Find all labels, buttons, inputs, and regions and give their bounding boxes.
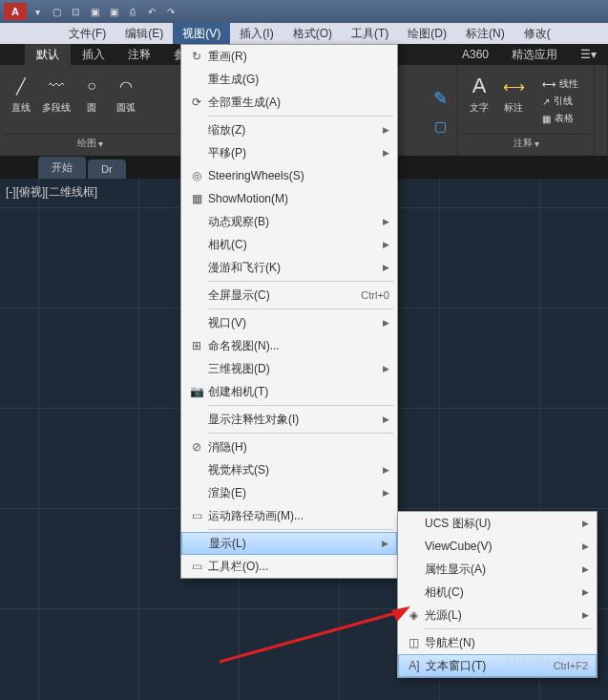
tool-table[interactable]: ▦表格 <box>538 111 582 126</box>
qat-saveas-icon[interactable]: ▣ <box>105 3 122 20</box>
polyline-icon: 〰 <box>43 73 70 99</box>
menu-item-label: 视觉样式(S) <box>208 462 383 478</box>
viewmenu-item-26[interactable]: 显示(L)▶ <box>181 532 397 555</box>
menu-item-label: SteeringWheels(S) <box>208 169 389 182</box>
viewmenu-item-4[interactable]: 缩放(Z)▶ <box>181 118 397 141</box>
viewmenu-item-24[interactable]: ▭运动路径动画(M)... <box>181 504 397 527</box>
menu-format[interactable]: 格式(O) <box>283 23 342 44</box>
viewmenu-item-2[interactable]: ⟳全部重生成(A) <box>181 91 397 114</box>
viewmenu-item-19[interactable]: 显示注释性对象(I)▶ <box>181 408 397 431</box>
viewmenu-item-22[interactable]: 视觉样式(S)▶ <box>181 458 397 481</box>
tab-insert[interactable]: 插入 <box>71 44 116 65</box>
qat-redo-icon[interactable]: ↷ <box>162 3 179 20</box>
qat-new-icon[interactable]: ▢ <box>48 3 65 20</box>
viewmenu-item-21[interactable]: ⊘消隐(H) <box>181 435 397 458</box>
dim-icon: ⟷ <box>500 73 527 99</box>
displaymenu-item-6[interactable]: ◫导航栏(N) <box>398 631 597 654</box>
panel-annotate-label[interactable]: 注释 ▾ <box>462 134 590 152</box>
menu-item-icon: 📷 <box>185 385 208 398</box>
menu-insert[interactable]: 插入(I) <box>230 23 283 44</box>
qat-undo-icon[interactable]: ↶ <box>143 3 160 20</box>
qat-print-icon[interactable]: ⎙ <box>124 3 141 20</box>
displaymenu-item-0[interactable]: UCS 图标(U)▶ <box>398 512 597 535</box>
menu-item-label: 运动路径动画(M)... <box>208 508 389 524</box>
submenu-arrow-icon: ▶ <box>383 125 389 135</box>
viewmenu-item-9[interactable]: 相机(C)▶ <box>181 233 397 256</box>
menu-dim[interactable]: 标注(N) <box>456 23 514 44</box>
menu-draw[interactable]: 绘图(D) <box>398 23 456 44</box>
menu-item-label: 相机(C) <box>425 584 582 601</box>
viewmenu-item-0[interactable]: ↻重画(R) <box>181 45 397 68</box>
tool-line[interactable]: ╱直线 <box>8 73 34 115</box>
tab-a360[interactable]: A360 <box>451 44 500 65</box>
tool-polyline[interactable]: 〰多段线 <box>42 73 71 115</box>
submenu-arrow-icon: ▶ <box>582 587 589 597</box>
submenu-arrow-icon: ▶ <box>383 465 389 475</box>
tool-dim[interactable]: ⟷标注 <box>500 73 527 130</box>
displaymenu-item-2[interactable]: 属性显示(A)▶ <box>398 558 597 581</box>
menu-item-icon: ▦ <box>185 192 208 205</box>
displaymenu-item-7[interactable]: A]文本窗口(T)Ctrl+F2 <box>398 654 597 677</box>
menu-item-icon: ◈ <box>402 608 425 622</box>
line-icon: ╱ <box>8 73 34 99</box>
viewmenu-item-23[interactable]: 渲染(E)▶ <box>181 481 397 504</box>
viewmenu-item-12[interactable]: 全屏显示(C)Ctrl+0 <box>181 284 397 307</box>
menu-item-icon: ◎ <box>185 169 208 182</box>
menu-item-label: 平移(P) <box>208 145 383 161</box>
displaymenu-item-1[interactable]: ViewCube(V)▶ <box>398 535 597 558</box>
menu-modify[interactable]: 修改( <box>514 23 560 44</box>
submenu-arrow-icon: ▶ <box>383 364 389 373</box>
filetab-drawing[interactable]: Dr <box>88 159 126 179</box>
menu-edit[interactable]: 编辑(E) <box>115 23 173 44</box>
clipboard-icon[interactable]: ▢ <box>434 118 447 134</box>
app-logo[interactable]: A <box>4 3 27 20</box>
submenu-arrow-icon: ▶ <box>582 564 589 574</box>
menu-item-label: 显示注释性对象(I) <box>208 412 383 428</box>
viewmenu-item-14[interactable]: 视口(V)▶ <box>181 311 397 334</box>
viewmenu-item-7[interactable]: ▦ShowMotion(M) <box>181 187 397 210</box>
menu-item-label: 命名视图(N)... <box>208 338 389 354</box>
viewport-label[interactable]: [-][俯视][二维线框] <box>6 184 97 201</box>
filetab-start[interactable]: 开始 <box>38 157 86 179</box>
viewmenu-item-16[interactable]: 三维视图(D)▶ <box>181 357 397 380</box>
qat-dropdown-icon[interactable]: ▾ <box>29 3 46 20</box>
submenu-arrow-icon: ▶ <box>383 240 389 249</box>
tab-expand-icon[interactable]: ☰▾ <box>569 44 608 65</box>
mark-icon[interactable]: ✎ <box>433 88 448 109</box>
tool-leader[interactable]: ↗引线 <box>538 94 582 109</box>
viewmenu-item-10[interactable]: 漫游和飞行(K)▶ <box>181 256 397 279</box>
tab-featured[interactable]: 精选应用 <box>500 44 569 65</box>
tool-linear[interactable]: ⟷线性 <box>538 76 582 92</box>
tool-text[interactable]: A文字 <box>466 73 493 130</box>
menu-item-icon: ↻ <box>185 50 208 63</box>
viewmenu-item-1[interactable]: 重生成(G) <box>181 68 397 91</box>
panel-draw-label[interactable]: 绘图 ▾ <box>4 134 177 152</box>
menu-tools[interactable]: 工具(T) <box>342 23 398 44</box>
table-icon: ▦ <box>542 114 551 124</box>
viewmenu-item-27[interactable]: ▭工具栏(O)... <box>181 555 397 578</box>
viewmenu-item-5[interactable]: 平移(P)▶ <box>181 141 397 164</box>
display-submenu: UCS 图标(U)▶ViewCube(V)▶属性显示(A)▶相机(C)▶◈光源(… <box>397 511 598 678</box>
menu-item-label: 视口(V) <box>208 315 383 331</box>
qat-save-icon[interactable]: ▣ <box>86 3 103 20</box>
displaymenu-item-3[interactable]: 相机(C)▶ <box>398 581 597 604</box>
submenu-arrow-icon: ▶ <box>383 148 389 158</box>
tab-annotate[interactable]: 注释 <box>116 44 162 65</box>
viewmenu-item-8[interactable]: 动态观察(B)▶ <box>181 210 397 233</box>
menu-item-icon: A] <box>403 659 426 672</box>
viewmenu-item-6[interactable]: ◎SteeringWheels(S) <box>181 164 397 187</box>
menu-file[interactable]: 文件(F) <box>59 23 115 44</box>
qat-open-icon[interactable]: ⊡ <box>67 3 84 20</box>
tool-circle[interactable]: ○圆 <box>78 73 105 115</box>
displaymenu-item-4[interactable]: ◈光源(L)▶ <box>398 604 597 626</box>
menu-item-icon: ▭ <box>185 560 208 573</box>
menu-item-label: UCS 图标(U) <box>425 516 582 532</box>
menu-item-label: ShowMotion(M) <box>208 192 389 205</box>
viewmenu-item-15[interactable]: ⊞命名视图(N)... <box>181 334 397 357</box>
menu-view[interactable]: 视图(V) <box>173 23 230 44</box>
viewmenu-item-17[interactable]: 📷创建相机(T) <box>181 380 397 403</box>
tool-arc[interactable]: ◠圆弧 <box>113 73 139 115</box>
tab-default[interactable]: 默认 <box>25 44 71 65</box>
menu-item-label: ViewCube(V) <box>425 540 582 553</box>
menu-item-label: 三维视图(D) <box>208 361 383 377</box>
